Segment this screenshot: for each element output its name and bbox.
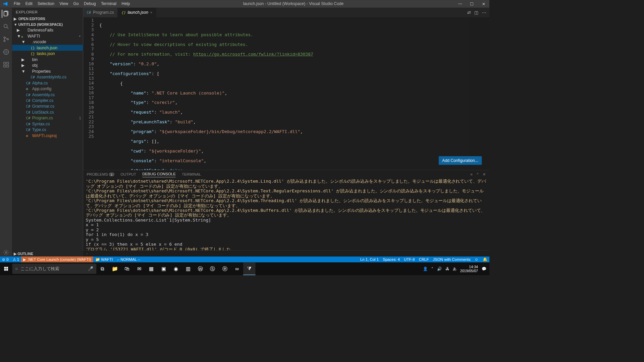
tree-item-assembly-cs[interactable]: C#Assembly.cs <box>12 92 83 98</box>
taskbar-search[interactable]: ○ ここに入力して検索 🎤 <box>12 264 96 274</box>
svg-rect-6 <box>7 62 9 64</box>
tab-launch-json[interactable]: {}launch.json× <box>118 8 156 17</box>
tree-item-grammar-cs[interactable]: C#Grammar.cs <box>12 104 83 109</box>
close-icon[interactable]: ✕ <box>478 0 489 8</box>
more-actions-icon[interactable]: ⋯ <box>482 10 486 15</box>
menu-edit[interactable]: Edit <box>23 0 35 8</box>
tree-item-bin[interactable]: ▶bin <box>12 57 83 62</box>
panel-maximize-icon[interactable]: ^ <box>477 172 478 177</box>
tree-item-darknessfalls[interactable]: ▶DarknessFalls <box>12 27 83 33</box>
tree-item-app-config[interactable]: ⚙App.config <box>12 86 83 92</box>
chrome-icon[interactable]: ◉ <box>170 262 182 275</box>
menu-view[interactable]: View <box>57 0 71 8</box>
menu-help[interactable]: Help <box>119 0 132 8</box>
debug-console-output[interactable]: 'C:\Program Files\dotnet\shared\Microsof… <box>83 179 489 251</box>
compare-changes-icon[interactable]: ⇄ <box>467 10 471 15</box>
people-icon[interactable]: 👤 <box>423 266 428 271</box>
vscode-taskbar-icon[interactable]: ⧩ <box>243 262 255 275</box>
tree-item-wafti[interactable]: ▼WAFTI <box>12 33 83 39</box>
svg-rect-5 <box>4 62 6 64</box>
tree-item--vscode[interactable]: ▼.vscode <box>12 39 83 45</box>
tree-item-syntax-cs[interactable]: C#Syntax.cs <box>12 121 83 127</box>
edge-icon[interactable]: ⓔ <box>219 262 231 275</box>
open-editors-section[interactable]: ▶OPEN EDITORS <box>12 16 83 22</box>
output-tab[interactable]: OUTPUT <box>120 172 136 177</box>
debug-console-tab[interactable]: DEBUG CONSOLE <box>142 172 175 177</box>
debug-console-input[interactable]: › <box>83 250 489 256</box>
terminal-tab[interactable]: TERMINAL <box>182 172 201 177</box>
menu-debug[interactable]: Debug <box>81 0 98 8</box>
maximize-icon[interactable]: ☐ <box>466 0 478 8</box>
status-errors[interactable]: ⊘ 0 <box>0 256 11 262</box>
outline-section[interactable]: ▶ OUTLINE <box>12 251 83 256</box>
activity-bar <box>0 8 12 257</box>
search-icon[interactable] <box>2 22 10 31</box>
code-editor[interactable]: 1234567891011121314151617181920212223242… <box>83 17 489 170</box>
network-icon[interactable]: 🖧 <box>445 266 449 271</box>
split-editor-icon[interactable]: ◫ <box>474 10 478 15</box>
status-encoding[interactable]: UTF-8 <box>402 256 417 262</box>
minimize-icon[interactable]: — <box>454 0 466 8</box>
file-tree: ▶DarknessFalls▼WAFTI▼.vscode{}launch.jso… <box>12 27 83 138</box>
app-icon-2[interactable]: ▥ <box>182 262 194 275</box>
tree-item-liststack-cs[interactable]: C#ListStack.cs <box>12 109 83 115</box>
action-center-icon[interactable]: 💬 <box>482 266 486 271</box>
workspace-section[interactable]: ▼UNTITLED (WORKSPACE) <box>12 22 83 27</box>
scm-icon[interactable] <box>2 35 10 43</box>
debug-icon[interactable] <box>2 48 10 56</box>
tray-chevron-icon[interactable]: ˄ <box>431 266 433 271</box>
tree-item-wafti-csproj[interactable]: ≡WAFTI.csproj <box>12 133 83 138</box>
vs-icon[interactable]: ∞ <box>231 262 243 275</box>
mail-icon[interactable]: ✉ <box>133 262 145 275</box>
menu-go[interactable]: Go <box>71 0 81 8</box>
code-content[interactable]: { // Use IntelliSense to learn about pos… <box>98 17 469 170</box>
store-icon[interactable]: 🛍 <box>121 262 133 275</box>
settings-gear-icon[interactable] <box>2 248 10 256</box>
panel-filter-icon[interactable]: ≡ <box>470 172 473 177</box>
status-indent[interactable]: Spaces: 4 <box>381 256 402 262</box>
explorer-icon[interactable] <box>2 10 10 18</box>
problems-tab[interactable]: PROBLEMS1 <box>87 172 114 177</box>
terminal-icon[interactable]: ▣ <box>158 262 170 275</box>
menu-file[interactable]: File <box>11 0 23 8</box>
tree-item-tasks-json[interactable]: {}tasks.json <box>12 51 83 56</box>
skype-icon[interactable]: Ⓢ <box>207 262 219 275</box>
status-folder[interactable]: 📁 WAFTI <box>93 256 115 262</box>
status-feedback-icon[interactable]: ☺ <box>473 256 481 262</box>
status-bar: ⊘ 0 ⚠ 1 ▶ .NET Core Launch (console) (WA… <box>0 256 489 262</box>
menu-terminal[interactable]: Terminal <box>98 0 119 8</box>
panel-close-icon[interactable]: ✕ <box>483 172 486 177</box>
tree-item-launch-json[interactable]: {}launch.json <box>12 45 83 51</box>
tree-item-properties[interactable]: ▼Properties <box>12 68 83 74</box>
mic-icon[interactable]: 🎤 <box>88 266 93 272</box>
minimap[interactable] <box>469 17 489 170</box>
start-button[interactable] <box>0 262 12 275</box>
svg-point-0 <box>4 24 7 27</box>
status-notifications-icon[interactable]: 🔔 <box>481 256 490 262</box>
status-language[interactable]: JSON with Comments <box>431 256 472 262</box>
tree-item-assemblyinfo-cs[interactable]: C#AssemblyInfo.cs <box>12 74 83 80</box>
tree-item-program-cs[interactable]: C#Program.cs1 <box>12 115 83 121</box>
add-configuration-button[interactable]: Add Configuration... <box>439 156 482 165</box>
status-launch-config[interactable]: ▶ .NET Core Launch (console) (WAFTI) <box>21 256 93 262</box>
svg-point-2 <box>4 40 5 42</box>
task-view-icon[interactable]: ⧉ <box>96 262 108 275</box>
tree-item-alpha-cs[interactable]: C#Alpha.cs <box>12 80 83 86</box>
status-vim-mode: -- NORMAL -- <box>115 256 142 262</box>
menu-selection[interactable]: Selection <box>35 0 57 8</box>
extensions-icon[interactable] <box>2 61 10 69</box>
status-cursor-pos[interactable]: Ln 1, Col 1 <box>358 256 381 262</box>
file-explorer-icon[interactable]: 📁 <box>109 262 121 275</box>
app-icon[interactable]: ▦ <box>145 262 157 275</box>
volume-icon[interactable]: 🔊 <box>437 266 442 271</box>
app-icon-3[interactable]: Ⓦ <box>194 262 206 275</box>
taskbar-clock[interactable]: 14:34 2019/05/07 <box>460 265 478 273</box>
status-eol[interactable]: CRLF <box>417 256 431 262</box>
svg-rect-10 <box>4 267 6 268</box>
tree-item-compiler-cs[interactable]: C#Compiler.cs <box>12 98 83 103</box>
ime-icon[interactable]: あ <box>453 266 457 271</box>
tree-item-type-cs[interactable]: C#Type.cs <box>12 127 83 132</box>
tab-program-cs[interactable]: C#Program.cs <box>83 8 118 17</box>
status-warnings[interactable]: ⚠ 1 <box>11 256 21 262</box>
tree-item-obj[interactable]: ▶obj <box>12 62 83 68</box>
